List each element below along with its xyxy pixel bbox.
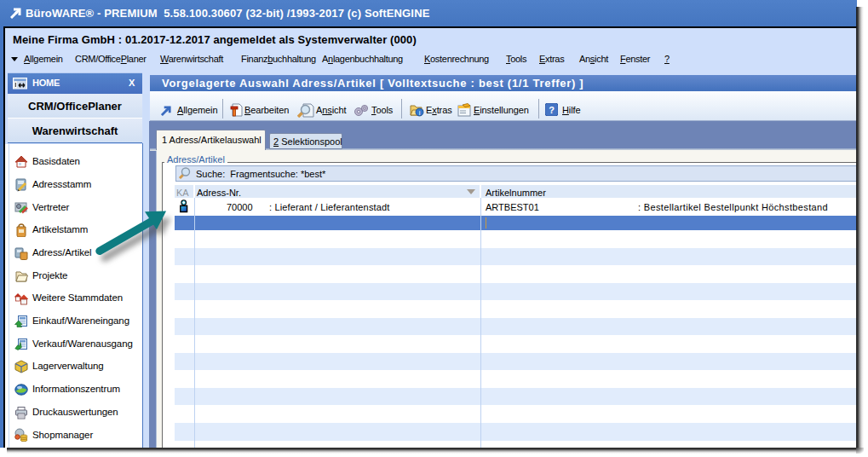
svg-text:?: ?	[549, 105, 555, 115]
